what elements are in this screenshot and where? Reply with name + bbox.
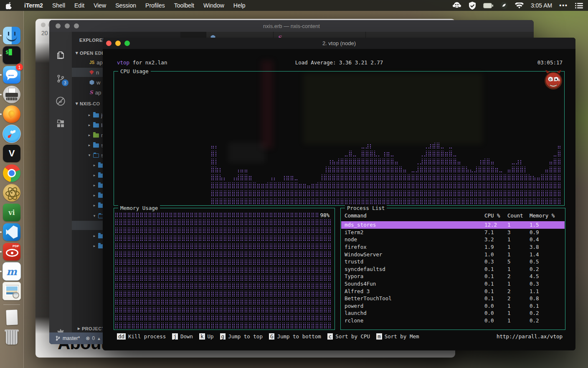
apple-menu-icon[interactable]: [6, 2, 12, 9]
cpu-badge-devil-icon: 41%: [543, 69, 564, 91]
memory-usage-box: Memory Usage 98%: [114, 208, 335, 330]
keybind-c: cSort by CPU: [327, 333, 370, 340]
dock-item-safari[interactable]: [2, 124, 21, 143]
menu-item-shell[interactable]: Shell: [48, 2, 70, 9]
iterm-title-bar[interactable]: 2. vtop (node): [103, 38, 575, 49]
process-row-node[interactable]: node3.210.4: [341, 236, 565, 243]
memory-usage-graph: [115, 210, 332, 328]
folder-icon: [93, 143, 99, 148]
process-row-mds_stores[interactable]: mds_stores12.211.5: [341, 221, 565, 229]
ape-icon[interactable]: [452, 2, 461, 9]
menu-item-view[interactable]: View: [89, 2, 111, 9]
process-row-powerd[interactable]: powerd0.010.1: [341, 302, 565, 310]
hex-file-icon: [89, 80, 94, 85]
process-row-windowserver[interactable]: WindowServer1.011.4: [341, 250, 565, 258]
process-row-rclone[interactable]: rclone0.010.2: [341, 317, 565, 325]
process-row-bettertouchtool[interactable]: BetterTouchTool0.120.8: [341, 295, 565, 302]
process-list-rows: mds_stores12.211.5iTerm27.130.9node3.210…: [341, 221, 565, 324]
debug-disabled-icon[interactable]: [49, 93, 72, 110]
shield-check-icon[interactable]: [469, 2, 476, 10]
menu-item-help[interactable]: Help: [229, 2, 250, 9]
keybind-k: kUp: [199, 333, 214, 340]
menu-item-window[interactable]: Window: [199, 2, 229, 9]
process-row-sounds4fun[interactable]: Sounds4Fun0.110.3: [341, 280, 565, 288]
source-control-icon[interactable]: 3: [49, 70, 72, 87]
process-list-title: Process List: [345, 205, 387, 211]
menu-item-session[interactable]: Session: [111, 2, 141, 9]
dock-item-atom[interactable]: [2, 183, 21, 202]
dock-item-vscode[interactable]: [2, 222, 21, 242]
menu-item-toolbelt[interactable]: Toolbelt: [170, 2, 199, 9]
cpu-usage-box: CPU Usage: [114, 71, 565, 206]
folder-icon: [93, 123, 99, 128]
process-row-launchd[interactable]: launchd0.010.2: [341, 309, 565, 317]
folder-icon: [93, 113, 99, 118]
problems-indicator[interactable]: ⊗ 0 ▲: [86, 335, 101, 341]
folder-section-header[interactable]: ▾NXIS-CO: [76, 101, 100, 106]
dock-item-pdf-expert[interactable]: PDF: [2, 242, 21, 261]
dock-item-mweb[interactable]: m: [2, 262, 21, 281]
dock-item-vivaldi[interactable]: V: [2, 144, 21, 163]
cpu-badge-value: 41%: [550, 76, 560, 82]
dock-item-messages[interactable]: •••1: [2, 65, 21, 84]
keybind-G: GJump to bottom: [269, 333, 321, 340]
folder-icon: [93, 153, 99, 158]
extensions-icon[interactable]: [49, 115, 72, 132]
cpu-usage-graph: [115, 74, 562, 204]
dock-item-documents[interactable]: [2, 308, 21, 327]
minimize-button[interactable]: [115, 41, 121, 46]
dock-item-terminal[interactable]: $█: [2, 46, 21, 65]
keybind-dd: ddKill process: [117, 333, 166, 340]
cpu-usage-title: CPU Usage: [118, 68, 151, 74]
vtop-url[interactable]: http://parall.ax/vtop: [497, 333, 563, 340]
dock-divider: [3, 304, 20, 305]
menu-bar: iTerm2ShellEditViewSessionProfilesToolbe…: [0, 0, 588, 11]
battery-icon[interactable]: [483, 3, 493, 8]
zoom-button[interactable]: [124, 41, 130, 46]
dock-item-trash[interactable]: [2, 328, 21, 347]
menu-item-iterm2[interactable]: iTerm2: [20, 2, 48, 9]
process-row-syncdefaultsd[interactable]: syncdefaultsd0.110.2: [341, 266, 565, 273]
close-button[interactable]: [106, 41, 112, 46]
menu-bar-clock[interactable]: 3:05 AM: [531, 2, 552, 9]
vscode-title-bar[interactable]: nxis.erb — nxis-content: [49, 20, 534, 32]
wifi-icon[interactable]: [515, 3, 524, 9]
process-row-trustd[interactable]: trustd0.350.5: [341, 258, 565, 266]
dock-item-photos[interactable]: [2, 281, 21, 301]
keybind-m: mSort by Mem: [376, 333, 419, 340]
close-button[interactable]: [56, 23, 61, 28]
vscode-activity-bar: 3: [49, 32, 72, 332]
iterm-window: 2. vtop (node) vtop for nx2.lan Load Ave…: [103, 38, 575, 350]
zoom-button[interactable]: [74, 23, 79, 28]
dock-item-macvim[interactable]: vi: [2, 203, 21, 222]
load-average: Load Average: 3.36 3.21 2.77: [103, 59, 575, 66]
project-section-header[interactable]: ▸PROJECT: [78, 326, 105, 331]
dock-item-finder[interactable]: [2, 26, 21, 45]
process-row-alfred-3[interactable]: Alfred 30.121.1: [341, 287, 565, 295]
menu-item-profiles[interactable]: Profiles: [141, 2, 170, 9]
process-row-iterm2[interactable]: iTerm27.130.9: [341, 229, 565, 236]
explorer-icon[interactable]: [49, 47, 72, 64]
scm-changes-badge: 3: [62, 79, 68, 86]
dock: $█•••1VviPDFm: [0, 11, 24, 368]
leaf-icon[interactable]: [500, 2, 508, 9]
overflow-dots[interactable]: •••: [559, 2, 568, 9]
process-list-header: Command CPU % Count Memory %: [341, 212, 565, 220]
notification-list-icon[interactable]: [575, 3, 583, 9]
dock-item-chrome[interactable]: [2, 164, 21, 183]
minimize-button[interactable]: [65, 23, 70, 28]
dock-item-typora[interactable]: [2, 85, 21, 104]
folder-icon: [93, 133, 99, 138]
vtop-footer: ddKill processjDownkUpgJump to topGJump …: [117, 332, 563, 340]
git-branch-indicator[interactable]: master*: [55, 335, 80, 341]
process-row-firefox[interactable]: firefox1.913.8: [341, 243, 565, 251]
memory-percent: 98%: [319, 212, 331, 218]
vscode-window-title: nxis.erb — nxis-content: [263, 23, 320, 29]
error-icon: ⊗: [86, 335, 90, 341]
dock-item-firefox[interactable]: [2, 105, 21, 124]
keybind-g: gJump to top: [220, 333, 263, 340]
unread-badge: 1: [16, 64, 23, 71]
menu-item-edit[interactable]: Edit: [70, 2, 89, 9]
process-row-typora[interactable]: Typora0.124.5: [341, 273, 565, 280]
ruby-file-icon: [89, 70, 94, 75]
